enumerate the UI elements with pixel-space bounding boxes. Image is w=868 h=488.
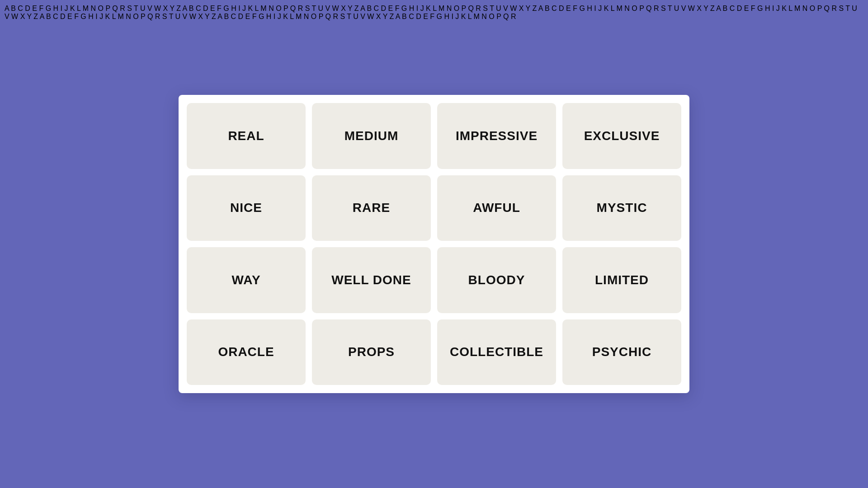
word-card-collectible[interactable]: COLLECTIBLE [437,319,556,385]
word-label-real: REAL [228,129,264,143]
word-grid: REALMEDIUMIMPRESSIVEEXCLUSIVENICERAREAWF… [187,103,681,385]
word-label-exclusive: EXCLUSIVE [584,129,660,143]
word-card-oracle[interactable]: ORACLE [187,319,306,385]
word-label-limited: LIMITED [595,273,649,287]
card-panel: REALMEDIUMIMPRESSIVEEXCLUSIVENICERAREAWF… [179,95,689,393]
word-card-limited[interactable]: LIMITED [562,247,681,313]
word-label-mystic: MYSTIC [597,201,647,215]
word-card-psychic[interactable]: PSYCHIC [562,319,681,385]
word-label-well-done: WELL DONE [331,273,411,287]
word-card-exclusive[interactable]: EXCLUSIVE [562,103,681,169]
word-label-impressive: IMPRESSIVE [456,129,538,143]
word-label-bloody: BLOODY [468,273,525,287]
word-label-awful: AWFUL [473,201,520,215]
word-card-bloody[interactable]: BLOODY [437,247,556,313]
word-label-oracle: ORACLE [218,345,274,359]
word-label-way: WAY [231,273,260,287]
word-card-rare[interactable]: RARE [312,175,431,241]
word-card-way[interactable]: WAY [187,247,306,313]
word-label-psychic: PSYCHIC [592,345,651,359]
word-label-medium: MEDIUM [344,129,399,143]
word-card-medium[interactable]: MEDIUM [312,103,431,169]
word-label-props: PROPS [348,345,395,359]
word-card-nice[interactable]: NICE [187,175,306,241]
word-card-real[interactable]: REAL [187,103,306,169]
word-card-awful[interactable]: AWFUL [437,175,556,241]
word-card-props[interactable]: PROPS [312,319,431,385]
word-card-mystic[interactable]: MYSTIC [562,175,681,241]
word-card-well-done[interactable]: WELL DONE [312,247,431,313]
word-card-impressive[interactable]: IMPRESSIVE [437,103,556,169]
word-label-nice: NICE [230,201,262,215]
word-label-collectible: COLLECTIBLE [450,345,543,359]
word-label-rare: RARE [353,201,390,215]
